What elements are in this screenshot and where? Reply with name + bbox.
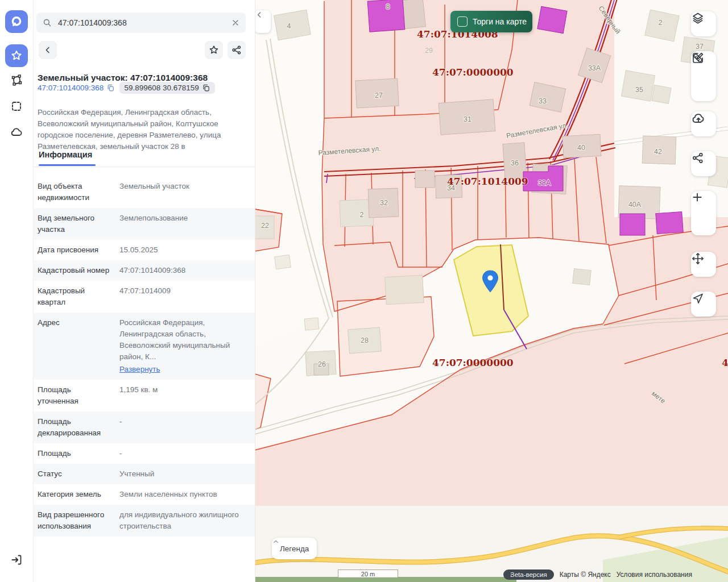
torgi-map-toggle[interactable]: Торги на карте (450, 11, 532, 32)
cadastral-label: 47:07:1014009 (447, 176, 528, 187)
search-input[interactable] (57, 18, 226, 28)
object-address: Российская Федерация, Ленинградская обла… (38, 107, 246, 152)
map-scale: 20 m (338, 569, 398, 578)
house-number-label: 35 (635, 86, 643, 94)
tab-underline (39, 164, 96, 166)
share-button[interactable] (228, 41, 246, 59)
info-row: Вид земельного участкаЗемлепользование (33, 208, 255, 240)
info-row-label: Вид разрешенного использования (38, 509, 114, 532)
terms-link[interactable]: Условия использования (617, 571, 692, 579)
legend-button[interactable]: Легенда (272, 538, 317, 559)
house-number-label: 40А (628, 201, 642, 209)
info-row: Дата присвоения15.05.2025 (33, 240, 255, 260)
map-attribution: Beta-версия Карты © Яндекс Условия испол… (503, 569, 692, 580)
house-number-label: 36 (511, 159, 519, 167)
house-number-label: 2 (659, 19, 663, 27)
layers-button[interactable] (691, 11, 716, 36)
info-row: СтатусУчтенный (33, 464, 255, 484)
house-number-label: 40 (577, 144, 585, 152)
coordinates-text: 59.899608 30.678159 (124, 84, 198, 92)
favorite-button[interactable] (205, 41, 223, 59)
info-row: Площадь- (33, 443, 255, 464)
house-number-label: 31 (464, 115, 471, 123)
info-row: Площадь уточненная1,195 кв. м (33, 380, 255, 411)
layers-icon (691, 11, 705, 25)
house-number-label: 37 (696, 43, 704, 51)
info-row-value: 47:07:1014009 (119, 285, 250, 308)
back-button[interactable] (39, 41, 57, 59)
chips-row: 47:07:1014009:368 59.899608 30.678159 (38, 82, 215, 94)
torgi-label: Торги на карте (473, 17, 527, 26)
navigation-arrow-icon (691, 292, 705, 305)
map-canvas[interactable]: Разметелевская ул.Разметелевская ул.Севе… (255, 0, 728, 582)
object-panel: Земельный участок: 47:07:1014009:368 47:… (33, 0, 255, 582)
cloud-upload-icon (691, 111, 706, 126)
share-map-button[interactable] (691, 151, 716, 176)
info-row: Категория земельЗемли населенных пунктов (33, 484, 255, 505)
cadastral-label: 47:07:0000000 (432, 357, 514, 368)
info-row-label: Площадь (38, 448, 114, 459)
select-area-icon (10, 99, 23, 113)
cadastral-number-chip[interactable]: 47:07:1014009:368 (38, 84, 115, 92)
cloud-icon (10, 126, 23, 139)
chevron-left-icon (43, 45, 53, 55)
house-number-label: 26 (318, 360, 326, 368)
house-number-label: 32 (380, 199, 388, 207)
info-row-value: 1,195 кв. м (119, 384, 250, 407)
sidebar-item-polygon-tool[interactable] (10, 73, 23, 87)
tab-information[interactable]: Информация (39, 150, 92, 159)
pan-button[interactable] (691, 252, 716, 277)
coordinates-chip[interactable]: 59.899608 30.678159 (119, 82, 214, 94)
nav-rail (0, 0, 34, 582)
copy-icon[interactable] (106, 84, 115, 92)
info-row-label: Кадастровый квартал (38, 285, 114, 308)
house-number-label: 38А (538, 179, 551, 187)
info-row-value: Землепользование (119, 213, 250, 235)
info-row-value: - (119, 416, 250, 439)
info-row: АдресРоссийская Федерация, Ленинградская… (33, 313, 255, 380)
house-number-label: 33 (539, 97, 547, 105)
house-number-label: 2 (360, 211, 364, 219)
info-row: Кадастровый номер47:07:1014009:368 (33, 260, 255, 281)
house-number-label: 42 (654, 148, 662, 156)
move-icon (691, 252, 705, 265)
info-row-label: Вид объекта недвижимости (38, 181, 114, 203)
legend-label: Легенда (280, 544, 309, 553)
info-row: Вид разрешенного использованиядля индиви… (33, 505, 255, 537)
info-row-value: Учтенный (119, 468, 250, 480)
cadastral-label: 47:07:0000000 (432, 66, 514, 78)
house-number-label: 28 (361, 336, 369, 344)
house-number-label: 33А (588, 64, 601, 72)
edit-icon (691, 51, 705, 65)
app-window: Земельный участок: 47:07:1014009:368 47:… (0, 0, 728, 582)
app-logo-icon (10, 15, 23, 28)
sidebar-item-favorites[interactable] (5, 44, 28, 67)
copy-icon[interactable] (202, 84, 210, 92)
share-icon (231, 44, 242, 56)
info-row-label: Кадастровый номер (38, 265, 114, 276)
sidebar-item-select-area[interactable] (10, 99, 23, 113)
locate-button[interactable] (691, 292, 716, 317)
close-icon[interactable] (231, 18, 240, 27)
search-bar (36, 13, 246, 33)
house-number-label: 8 (386, 3, 390, 11)
map-copyright-link[interactable]: Карты © Яндекс (560, 571, 611, 579)
info-row: Вид объекта недвижимостиЗемельный участо… (33, 176, 255, 208)
house-number-label: 29 (425, 47, 433, 55)
info-row-value: Земельный участок (119, 181, 250, 203)
info-row-value: - (119, 448, 250, 459)
star-icon (208, 44, 220, 56)
sidebar-item-cloud[interactable] (10, 126, 23, 139)
chevron-left-icon (255, 10, 264, 19)
collapse-panel-button[interactable] (255, 10, 271, 33)
star-icon (10, 49, 23, 63)
search-icon (42, 18, 52, 28)
sidebar-item-exit[interactable] (10, 553, 23, 567)
app-logo[interactable] (5, 10, 28, 33)
info-icon[interactable] (503, 569, 512, 579)
info-row-value: 47:07:1014009:368 (119, 265, 250, 276)
torgi-checkbox[interactable] (457, 16, 468, 27)
expand-address-link[interactable]: Развернуть (119, 364, 160, 375)
upload-button[interactable] (691, 111, 716, 136)
divider (33, 167, 255, 167)
